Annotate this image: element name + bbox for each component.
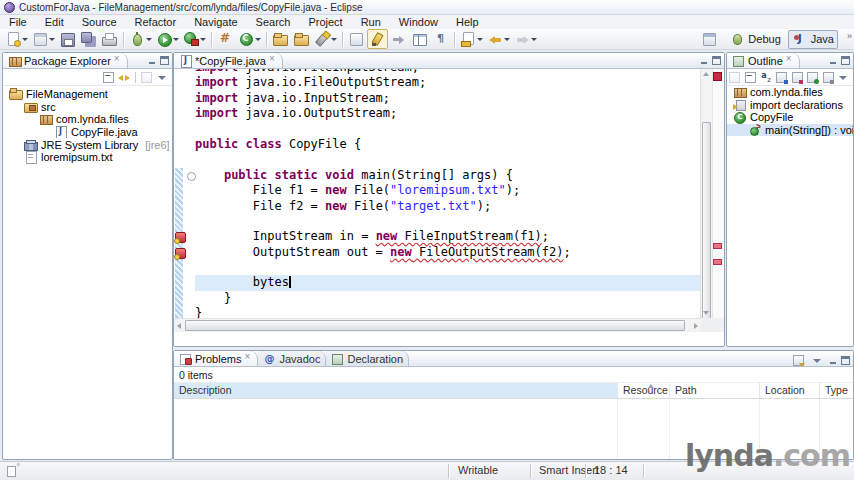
print-button[interactable] <box>99 29 120 49</box>
save-button[interactable] <box>57 29 78 49</box>
close-icon[interactable] <box>244 354 252 364</box>
focus-button[interactable] <box>727 71 742 84</box>
code-line[interactable] <box>195 122 701 137</box>
menu-window[interactable]: Window <box>390 15 447 29</box>
perspective-java[interactable]: Java <box>788 30 838 49</box>
overview-error-mark[interactable] <box>713 259 722 265</box>
column-header-path[interactable]: Path <box>670 383 760 398</box>
minimize-view-icon[interactable] <box>148 57 156 65</box>
new-menu-button[interactable] <box>30 29 57 49</box>
editor-tab-copyfile[interactable]: *CopyFile.java <box>174 53 283 68</box>
sort-button[interactable] <box>758 71 773 84</box>
tab-problems[interactable]: Problems <box>174 351 258 366</box>
dropdown-arrow-icon[interactable] <box>477 31 483 48</box>
tree-item-import-declarations[interactable]: import declarations <box>727 99 853 112</box>
code-line[interactable]: InputStream in = new FileInputStream(f1)… <box>195 229 701 244</box>
collapse-all-button[interactable] <box>101 71 116 84</box>
error-summary-icon[interactable] <box>713 72 722 81</box>
error-marker-icon[interactable] <box>175 248 186 259</box>
code-area[interactable]: import java.io.FileInputStream;import ja… <box>195 69 701 332</box>
tree-item-src[interactable]: src <box>3 101 172 114</box>
tree-item-loremipsum-txt[interactable]: loremipsum.txt <box>3 151 172 164</box>
mark-occurrences-button[interactable] <box>346 29 367 49</box>
external-tools-button[interactable] <box>181 29 208 49</box>
minimize-view-icon[interactable] <box>700 57 708 65</box>
code-line[interactable]: OutputStream out = new FileOutputStream(… <box>195 245 701 260</box>
overview-error-mark[interactable] <box>713 243 722 249</box>
open-folder-button[interactable] <box>270 29 291 49</box>
new-java-project-button[interactable] <box>215 29 236 49</box>
dropdown-arrow-icon[interactable] <box>504 31 510 48</box>
tree-item-com-lynda-files[interactable]: com.lynda.files <box>727 86 853 99</box>
dropdown-arrow-icon[interactable] <box>173 31 179 48</box>
new-java-class-button[interactable] <box>236 29 263 49</box>
dropdown-arrow-icon[interactable] <box>49 31 55 48</box>
menu-navigate[interactable]: Navigate <box>185 15 246 29</box>
skip-to-button[interactable] <box>388 29 409 49</box>
horizontal-scrollbar-thumb[interactable] <box>185 320 685 331</box>
horizontal-scrollbar[interactable] <box>174 318 701 332</box>
tree-item-main-string-void[interactable]: main(String[]) : void <box>727 124 853 137</box>
filter-button[interactable] <box>791 354 806 367</box>
code-line[interactable] <box>195 214 701 229</box>
maximize-view-icon[interactable] <box>712 56 721 65</box>
hide-local-types-button[interactable] <box>821 71 836 84</box>
dropdown-arrow-icon[interactable] <box>22 31 28 48</box>
close-icon[interactable] <box>114 56 122 66</box>
link-with-editor-button[interactable] <box>117 71 132 84</box>
code-line[interactable]: public class CopyFile { <box>195 137 701 152</box>
dropdown-arrow-icon[interactable] <box>146 31 152 48</box>
maximize-view-icon[interactable] <box>841 356 850 365</box>
toolbar-overflow-chevron[interactable]: » <box>847 31 851 41</box>
vertical-scrollbar-thumb[interactable] <box>702 122 711 332</box>
error-marker-icon[interactable] <box>175 232 186 243</box>
hide-fields-button[interactable] <box>774 71 789 84</box>
tab-declaration[interactable]: Declaration <box>326 351 409 366</box>
close-icon[interactable] <box>269 56 277 66</box>
collapse-all-button[interactable] <box>743 71 758 84</box>
outline-tab[interactable]: Outline <box>727 53 800 68</box>
tree-item-copyfile[interactable]: CopyFile <box>727 111 853 124</box>
package-explorer-tab[interactable]: Package Explorer <box>3 53 128 68</box>
editor-content[interactable]: import java.io.FileInputStream;import ja… <box>174 69 724 332</box>
import-folder-button[interactable] <box>291 29 312 49</box>
search-button[interactable] <box>312 29 339 49</box>
menu-help[interactable]: Help <box>447 15 488 29</box>
dropdown-arrow-icon[interactable] <box>531 31 537 48</box>
dropdown-arrow-icon[interactable] <box>255 31 261 48</box>
perspective-debug[interactable]: Debug <box>725 30 784 49</box>
code-line[interactable]: File f2 = new File("target.txt"); <box>195 199 701 214</box>
back-button[interactable] <box>485 29 512 49</box>
menu-refactor[interactable]: Refactor <box>126 15 186 29</box>
menu-run[interactable]: Run <box>352 15 390 29</box>
hide-static-button[interactable] <box>790 71 805 84</box>
column-header-resource[interactable]: Resource <box>618 383 670 398</box>
menu-file[interactable]: File <box>0 15 36 29</box>
debug-button[interactable] <box>127 29 154 49</box>
menu-search[interactable]: Search <box>247 15 300 29</box>
code-line[interactable]: bytes <box>195 275 701 290</box>
code-line[interactable]: import java.io.InputStream; <box>195 91 701 106</box>
forward-button[interactable] <box>512 29 539 49</box>
perspective-open[interactable] <box>697 30 722 49</box>
code-line[interactable]: import java.io.FileOutputStream; <box>195 75 701 90</box>
dropdown-arrow-icon[interactable] <box>331 31 337 48</box>
column-header-type[interactable]: Type <box>820 383 854 398</box>
code-line[interactable]: public static void main(String[] args) { <box>195 168 701 183</box>
column-header-location[interactable]: Location <box>760 383 820 398</box>
run-button[interactable] <box>154 29 181 49</box>
show-table-button[interactable] <box>409 29 430 49</box>
tree-item-jre-system-library[interactable]: JRE System Library[jre6] <box>3 138 172 151</box>
tab-javadoc[interactable]: Javadoc <box>258 351 326 366</box>
dropdown-arrow-icon[interactable] <box>200 31 206 48</box>
code-line[interactable] <box>195 152 701 167</box>
focus-button[interactable] <box>139 71 154 84</box>
vertical-scrollbar[interactable] <box>700 69 712 318</box>
menu-edit[interactable]: Edit <box>36 15 73 29</box>
maximize-view-icon[interactable] <box>841 56 850 65</box>
code-line[interactable]: File f1 = new File("loremipsum.txt"); <box>195 183 701 198</box>
code-line[interactable]: import java.io.OutputStream; <box>195 106 701 121</box>
view-menu-button[interactable] <box>155 71 170 84</box>
show-source-button[interactable] <box>430 29 451 49</box>
minimize-view-icon[interactable] <box>829 357 837 365</box>
